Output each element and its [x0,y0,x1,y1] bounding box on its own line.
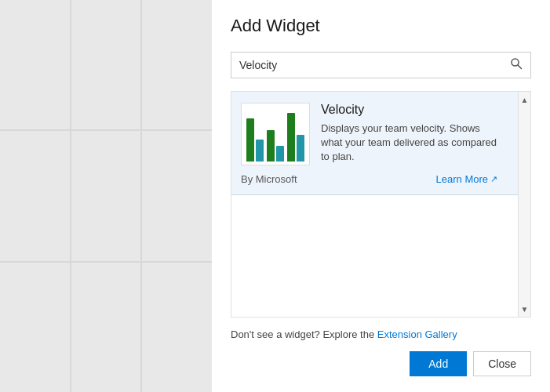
widget-empty-area [231,195,518,317]
grid-cell [0,263,70,392]
widget-item-bottom: By Microsoft Learn More ↗ [241,173,497,185]
external-link-icon: ↗ [490,174,497,184]
bar-group-1 [246,118,264,162]
learn-more-link[interactable]: Learn More ↗ [436,173,497,185]
footer-text: Don't see a widget? Explore the Extensio… [231,328,531,340]
bar-blue-1 [256,140,264,162]
scroll-track: ▲ ▼ [518,92,530,317]
search-button[interactable] [505,57,523,73]
widget-description: Displays your team velocity. Shows what … [321,122,497,165]
dialog-title: Add Widget [231,16,531,36]
close-button[interactable]: Close [473,351,531,376]
bar-green-2 [267,130,275,162]
svg-line-1 [518,65,522,69]
extension-gallery-link[interactable]: Extension Gallery [377,328,457,340]
bar-group-3 [287,113,304,162]
left-panel [0,0,212,392]
bar-group-2 [267,130,284,162]
add-widget-dialog: Add Widget ▲ ▼ [212,0,550,392]
grid-cell [142,0,212,129]
search-container [231,52,531,78]
scroll-down-arrow[interactable]: ▼ [519,301,531,317]
search-icon [510,57,523,70]
grid-cell [142,263,212,392]
learn-more-label: Learn More [436,173,488,185]
footer-buttons: Add Close [231,351,531,376]
grid-cell [0,131,70,260]
grid-cell [142,131,212,260]
bar-blue-2 [276,146,284,162]
bar-green-1 [246,118,254,162]
bar-blue-3 [297,135,304,162]
grid-cell [71,131,141,260]
footer-prefix: Don't see a widget? Explore the [231,328,377,340]
grid-cell [71,263,141,392]
add-button[interactable]: Add [410,351,467,376]
search-input[interactable] [239,59,505,71]
widget-info: Velocity Displays your team velocity. Sh… [321,103,497,165]
grid-cell [0,0,70,129]
grid-cell [71,0,141,129]
widget-name: Velocity [321,103,497,117]
widget-item: Velocity Displays your team velocity. Sh… [231,92,518,195]
widget-thumbnail [241,103,310,165]
bar-green-3 [287,113,295,162]
widget-item-top: Velocity Displays your team velocity. Sh… [241,103,497,165]
widget-list-area: ▲ ▼ [231,91,531,318]
widget-author: By Microsoft [241,173,297,185]
scroll-up-arrow[interactable]: ▲ [519,92,531,107]
